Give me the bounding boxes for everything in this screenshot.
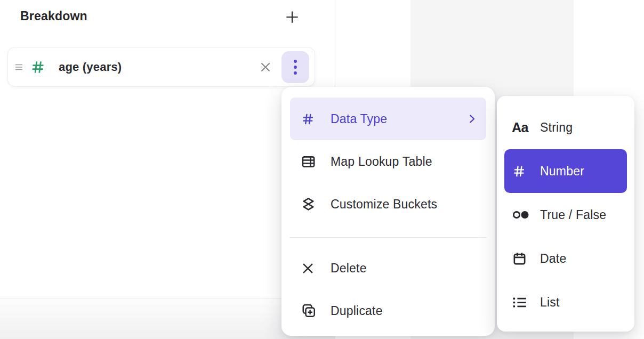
submenu-item-number[interactable]: Number bbox=[504, 149, 627, 193]
submenu-item-true-false[interactable]: True / False bbox=[504, 193, 627, 237]
close-icon bbox=[259, 60, 272, 74]
duplicate-icon bbox=[301, 303, 317, 319]
list-icon bbox=[512, 295, 531, 310]
hash-icon bbox=[301, 112, 317, 126]
aa-icon: Aa bbox=[512, 120, 531, 135]
submenu-item-label: List bbox=[540, 295, 560, 310]
number-type-icon bbox=[30, 59, 46, 75]
menu-item-map-lookup-table[interactable]: Map Lookup Table bbox=[290, 140, 486, 183]
x-icon bbox=[301, 261, 317, 276]
plus-icon bbox=[284, 9, 300, 25]
field-options-button[interactable] bbox=[281, 51, 309, 83]
submenu-item-label: String bbox=[540, 120, 573, 135]
submenu-item-list[interactable]: List bbox=[504, 280, 627, 324]
add-breakdown-button[interactable] bbox=[282, 7, 302, 27]
breakdown-field-card[interactable]: age (years) bbox=[7, 47, 315, 87]
drag-handle-icon[interactable] bbox=[15, 61, 23, 74]
menu-item-label: Duplicate bbox=[331, 304, 478, 318]
submenu-item-string[interactable]: Aa String bbox=[504, 106, 627, 149]
kebab-menu-icon bbox=[288, 58, 302, 76]
field-name: age (years) bbox=[59, 60, 258, 74]
menu-item-label: Data Type bbox=[331, 112, 466, 126]
menu-item-label: Delete bbox=[331, 261, 478, 276]
menu-item-label: Customize Buckets bbox=[331, 197, 478, 212]
field-options-menu: Data Type Map Lookup Table bbox=[281, 87, 495, 336]
data-type-submenu: Aa String Number True / False bbox=[497, 96, 634, 332]
menu-item-customize-buckets[interactable]: Customize Buckets bbox=[290, 183, 486, 225]
menu-item-delete[interactable]: Delete bbox=[290, 247, 486, 289]
submenu-item-date[interactable]: Date bbox=[504, 237, 627, 280]
chevron-right-icon bbox=[466, 113, 478, 125]
table-icon bbox=[301, 154, 317, 170]
menu-item-duplicate[interactable]: Duplicate bbox=[290, 289, 486, 332]
page-title: Breakdown bbox=[20, 9, 87, 23]
menu-item-label: Map Lookup Table bbox=[331, 155, 478, 169]
submenu-item-label: True / False bbox=[540, 208, 606, 222]
calendar-icon bbox=[512, 251, 531, 267]
menu-divider bbox=[289, 237, 487, 238]
submenu-item-label: Date bbox=[540, 252, 566, 266]
remove-field-button[interactable] bbox=[258, 60, 273, 75]
submenu-item-label: Number bbox=[540, 164, 584, 179]
hash-icon bbox=[512, 164, 531, 179]
menu-item-data-type[interactable]: Data Type bbox=[290, 98, 486, 140]
layers-icon bbox=[301, 197, 317, 212]
toggle-circles-icon bbox=[512, 208, 531, 222]
